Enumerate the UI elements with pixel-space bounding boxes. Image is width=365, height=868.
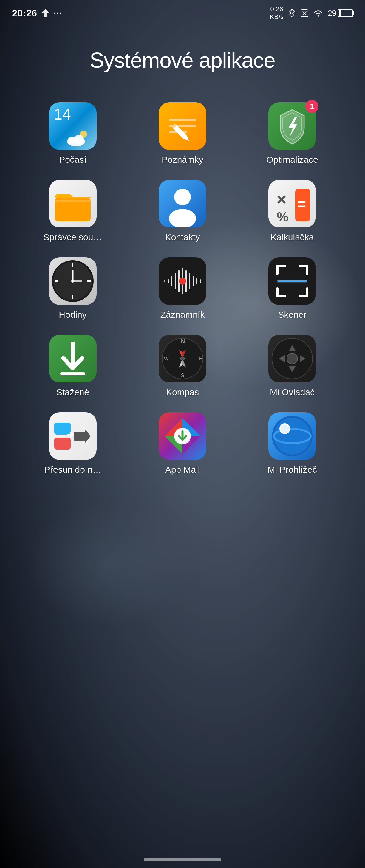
hodiny-icon-wrapper — [49, 257, 97, 305]
svg-rect-56 — [54, 423, 71, 435]
zaznamnik-label: Záznamník — [160, 310, 205, 320]
skener-label: Skener — [278, 310, 306, 320]
hodiny-label: Hodiny — [59, 310, 87, 320]
svg-point-40 — [179, 278, 186, 285]
svg-point-55 — [287, 353, 298, 364]
status-left: 20:26 ··· — [12, 8, 63, 19]
kompas-icon: N S W E — [159, 335, 206, 382]
battery-percent: 29 — [328, 9, 336, 18]
svg-point-60 — [274, 417, 311, 455]
presun-icon — [49, 412, 97, 460]
app-poznamky[interactable]: Poznámky — [128, 96, 237, 171]
svg-text:N: N — [181, 338, 185, 344]
mi-ovladac-icon-wrapper — [268, 335, 316, 382]
page-title: Systémové aplikace — [18, 48, 347, 72]
svg-point-1 — [317, 15, 319, 17]
app-mi-ovladac[interactable]: Mi Ovladač — [237, 329, 347, 403]
kalkulacka-icon-wrapper: × % = — [268, 180, 316, 227]
svg-point-14 — [174, 189, 191, 206]
status-right: 0,26 KB/s 29 — [270, 5, 353, 21]
location-icon — [40, 8, 50, 18]
home-indicator — [144, 859, 221, 861]
kompas-label: Kompas — [166, 387, 199, 397]
svg-point-28 — [71, 280, 74, 283]
app-pocasi[interactable]: 14 Počasí — [18, 96, 128, 171]
battery-container: 29 — [328, 9, 353, 18]
app-optimalizace[interactable]: 1 Optimalizace — [237, 96, 347, 171]
battery-icon — [338, 9, 353, 17]
optimalizace-icon-wrapper: 1 — [268, 102, 316, 150]
app-spravce[interactable]: Správce sou… — [18, 174, 128, 248]
appmall-label: App Mall — [165, 465, 200, 475]
dots-icon: ··· — [54, 8, 62, 18]
kompas-icon-wrapper: N S W E — [159, 335, 206, 382]
skener-icon — [268, 257, 316, 305]
wifi-icon — [313, 9, 324, 17]
poznamky-icon-wrapper — [159, 102, 206, 150]
poznamky-label: Poznámky — [162, 155, 203, 165]
time: 20:26 — [12, 8, 37, 19]
app-mi-prohlizec[interactable]: Mi Prohlížeč — [237, 406, 347, 481]
hodiny-icon — [49, 257, 97, 305]
zaznamnik-icon — [159, 257, 206, 305]
stazene-label: Stažené — [56, 387, 89, 397]
app-kompas[interactable]: N S W E Kompas — [128, 329, 237, 403]
svg-text:S: S — [181, 373, 184, 378]
svg-rect-57 — [54, 438, 71, 450]
svg-rect-6 — [169, 119, 196, 121]
mi-ovladac-label: Mi Ovladač — [270, 387, 314, 397]
optimalizace-label: Optimalizace — [266, 155, 318, 165]
stazene-icon-wrapper — [49, 335, 97, 382]
app-zaznamnik[interactable]: Záznamník — [128, 251, 237, 326]
svg-rect-42 — [277, 280, 307, 283]
kalkulacka-icon: × % = — [268, 180, 316, 227]
spravce-icon-wrapper — [49, 180, 97, 227]
mi-prohlizec-label: Mi Prohlížeč — [268, 465, 317, 475]
svg-text:×: × — [277, 190, 286, 209]
svg-point-49 — [181, 357, 184, 361]
svg-rect-13 — [55, 200, 91, 202]
svg-rect-43 — [60, 372, 85, 375]
app-appmall[interactable]: App Mall — [128, 406, 237, 481]
svg-text:W: W — [164, 356, 169, 361]
mi-prohlizec-icon-wrapper — [268, 412, 316, 460]
bluetooth-icon — [288, 8, 296, 18]
optimalizace-badge: 1 — [305, 100, 318, 113]
app-presun[interactable]: Přesun do n… — [18, 406, 128, 481]
app-kontakty[interactable]: Kontakty — [128, 174, 237, 248]
pocasi-label: Počasí — [59, 155, 87, 165]
svg-point-15 — [169, 209, 196, 227]
svg-text:E: E — [199, 356, 203, 361]
stazene-icon — [49, 335, 97, 382]
svg-text:%: % — [277, 210, 288, 224]
data-speed: 0,26 KB/s — [270, 5, 283, 21]
kalkulacka-label: Kalkulačka — [271, 232, 314, 242]
apps-grid: 14 Počasí — [0, 90, 365, 481]
app-kalkulacka[interactable]: × % = Kalkulačka — [237, 174, 347, 248]
kontakty-icon — [159, 180, 206, 227]
svg-point-5 — [74, 135, 84, 144]
appmall-icon-wrapper — [159, 412, 206, 460]
appmall-icon — [159, 412, 206, 460]
app-skener[interactable]: Skener — [237, 251, 347, 326]
app-stazene[interactable]: Stažené — [18, 329, 128, 403]
skener-icon-wrapper — [268, 257, 316, 305]
presun-label: Přesun do n… — [44, 465, 101, 475]
status-bar: 20:26 ··· 0,26 KB/s 29 — [0, 0, 365, 24]
svg-text:=: = — [297, 196, 306, 213]
pocasi-icon-wrapper: 14 — [49, 102, 97, 150]
svg-point-63 — [281, 425, 289, 433]
presun-icon-wrapper — [49, 412, 97, 460]
spravce-label: Správce sou… — [43, 232, 102, 242]
poznamky-icon — [159, 102, 206, 150]
page-title-area: Systémové aplikace — [0, 24, 365, 90]
kontakty-icon-wrapper — [159, 180, 206, 227]
mi-ovladac-icon — [268, 335, 316, 382]
svg-point-4 — [68, 137, 75, 145]
spravce-icon — [49, 180, 97, 227]
kontakty-label: Kontakty — [165, 232, 200, 242]
app-hodiny[interactable]: Hodiny — [18, 251, 128, 326]
mi-prohlizec-icon — [268, 412, 316, 460]
pocasi-icon: 14 — [49, 102, 97, 150]
zaznamnik-icon-wrapper — [159, 257, 206, 305]
